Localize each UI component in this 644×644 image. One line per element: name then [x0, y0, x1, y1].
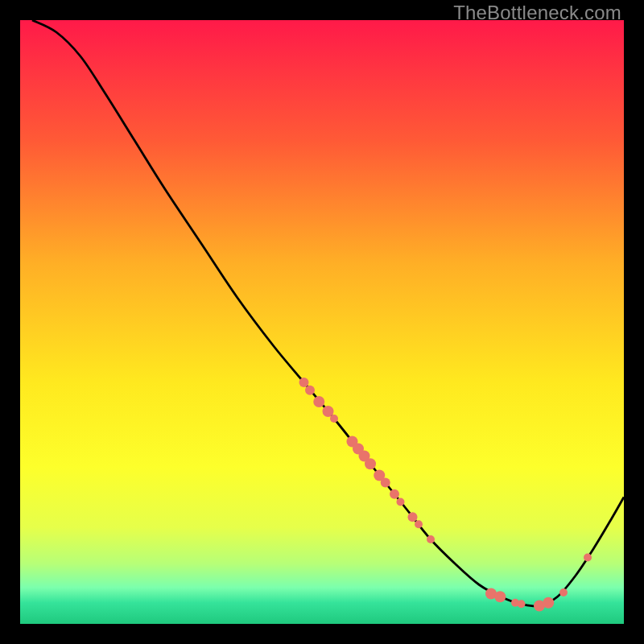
data-point: [381, 478, 390, 488]
gradient-background: [20, 20, 624, 624]
data-point: [559, 588, 568, 597]
data-point: [397, 498, 405, 506]
data-point: [518, 600, 526, 608]
data-point: [584, 554, 592, 562]
data-point: [543, 597, 554, 609]
data-point: [305, 386, 315, 395]
data-point: [427, 535, 435, 543]
data-point: [330, 415, 338, 423]
data-point: [415, 520, 423, 528]
data-point: [365, 458, 376, 469]
data-point: [408, 512, 418, 522]
data-point: [390, 489, 399, 499]
chart-frame: [20, 20, 624, 624]
data-point: [494, 591, 506, 602]
data-point: [313, 396, 324, 407]
data-point: [299, 378, 309, 387]
watermark-text: TheBottleneck.com: [453, 2, 621, 24]
bottleneck-chart: [20, 20, 624, 624]
